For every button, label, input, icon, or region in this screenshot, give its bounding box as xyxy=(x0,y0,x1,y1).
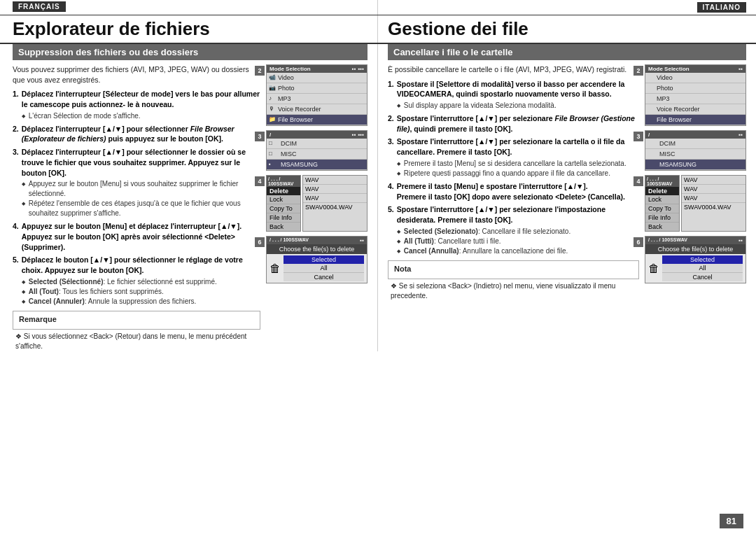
screen-6-path: / . . . / 100SSWAV xyxy=(270,237,309,244)
screen-6: / . . . / 100SSWAV ▪▪ Choose the file(s)… xyxy=(266,236,368,283)
right-text-area: È possibile cancellare le cartelle o i f… xyxy=(388,64,639,301)
screen2-item-voice: 🎙Voice Recorder xyxy=(267,104,367,115)
video-icon: 📹 xyxy=(269,74,276,80)
r-menu-back: Back xyxy=(645,223,679,231)
step-num-1: 1. xyxy=(13,89,19,120)
mic-icon: 🎙 xyxy=(269,106,274,112)
screen-r6-topbar: / . . . / 100SSWAV ▪▪ xyxy=(645,237,746,244)
screen-r2-topbar: Mode Selection ▪▪ xyxy=(645,65,746,73)
left-screens-area: 2 Mode Selection ▪▪ ▪▪▪ 📹Video xyxy=(266,64,368,351)
step-r5-bullet-2: All (Tutti): Cancellare tutti i file. xyxy=(397,237,639,246)
r-file-wav-1: WAV xyxy=(682,176,746,185)
screen-r2: Mode Selection ▪▪ Video Photo MP3 Voice … xyxy=(645,64,746,126)
remarque-box: Remarque xyxy=(13,311,260,330)
step-content-2: Déplacez l'interrupteur [▲/▼] pour sélec… xyxy=(22,124,260,144)
file-wav-4: SWAV0004.WAV xyxy=(303,203,367,211)
screen-3-topbar: / ▪▪ ▪▪▪ xyxy=(267,131,367,139)
steps-list-right: 1. Spostare il [Selettore di modalità] v… xyxy=(388,79,639,256)
step-num-4: 4. xyxy=(13,221,19,252)
signal-icon-3: ▪▪▪ xyxy=(358,132,364,138)
step-r3-bullet-2: Ripetere questi passaggi fino a quando a… xyxy=(397,169,639,178)
screen-r3-topbar: / ▪▪ xyxy=(645,131,746,139)
step-r-num-2: 2. xyxy=(388,113,394,134)
trash-icon: 🗑 xyxy=(270,262,281,275)
intro-text-left: Vous pouvez supprimer des fichiers (AVI,… xyxy=(13,64,260,85)
r-choose-cancel: Cancel xyxy=(662,273,743,281)
main-content: Suppression des fichiers ou des dossiers… xyxy=(0,44,756,351)
step-content-5: Déplacez le bouton [▲/▼] pour sélectionn… xyxy=(22,255,260,306)
screen-r2-filebrowser: File Browser xyxy=(645,115,746,125)
screen-r4-topbar: / . . . / 100SSWAV xyxy=(645,176,679,187)
battery-icon: ▪▪ xyxy=(352,66,356,72)
step-right-2: 2. Spostare l'interruttore [▲/▼] per sel… xyxy=(388,113,639,134)
step3-bullet-2: Répétez l'ensemble de ces étapes jusqu'à… xyxy=(22,199,260,218)
screen-2: Mode Selection ▪▪ ▪▪▪ 📹Video 📷Photo xyxy=(266,64,368,126)
step5-bullet-3: Cancel (Annuler): Annule la suppression … xyxy=(22,297,260,307)
step-num-5: 5. xyxy=(13,255,19,306)
screen-r4-wrapper: 4 / . . . / 100SSWAV Delete Lock Copy To… xyxy=(645,175,746,232)
battery-icon-r2: ▪▪ xyxy=(738,66,743,72)
trash-icon-row: 🗑 Selected All Cancel xyxy=(267,254,367,283)
step-r1-bullet-1: Sul display appare la videata Seleziona … xyxy=(397,101,639,111)
screen-r2-mp3: MP3 xyxy=(645,94,746,104)
step-r-content-5: Spostare l'interruttore [▲/▼] per selezi… xyxy=(397,204,639,255)
screen-6-step-num: 6 xyxy=(255,237,265,247)
file-wav-2: WAV xyxy=(303,185,367,194)
remarque-text: Si vous sélectionnez <Back> (Retour) dan… xyxy=(15,332,246,350)
screen-3-step-num: 3 xyxy=(255,132,265,141)
screen-r3-step-num: 3 xyxy=(634,132,643,141)
step-right-4: 4. Premere il tasto [Menu] e spostare l'… xyxy=(388,181,639,202)
choose-options: Selected All Cancel xyxy=(284,255,364,281)
screen-r6-path: / . . . / 100SSWAV xyxy=(648,237,687,244)
step-left-1: 1. Déplacez l'interrupteur [Sélecteur de… xyxy=(13,89,260,120)
step-r-content-3: Spostare l'interruttore [▲/▼] per selezi… xyxy=(397,136,639,178)
r-choose-options: Selected All Cancel xyxy=(662,255,743,281)
screen-r2-icons: ▪▪ xyxy=(738,66,743,72)
step-left-5: 5. Déplacez le bouton [▲/▼] pour sélecti… xyxy=(13,255,260,306)
screen2-item-filebrowser: 📁File Browser xyxy=(267,115,367,125)
screen-r3-misc: MISC xyxy=(645,149,746,160)
screen-r2-voice: Voice Recorder xyxy=(645,104,746,115)
screen-3-icons: ▪▪ ▪▪▪ xyxy=(352,132,364,138)
r-file-wav-2: WAV xyxy=(682,185,746,194)
screen-r3-dcim: DCIM xyxy=(645,139,746,149)
step3-bullets: Appuyez sur le bouton [Menu] si vous sou… xyxy=(22,179,260,218)
folder-msamsung-icon: ▪ xyxy=(269,161,271,167)
screen-2-step-num: 2 xyxy=(255,66,265,76)
step-r3-bullet-1: Premere il tasto [Menu] se si desidera c… xyxy=(397,159,639,169)
screen-r6: / . . . / 100SSWAV ▪▪ Choose the file(s)… xyxy=(645,236,746,283)
r-choose-all: All xyxy=(662,264,743,273)
screen-3-wrapper: 3 / ▪▪ ▪▪▪ □DCIM xyxy=(266,130,368,171)
step5-bullet-1: Selected (Sélectionné): Le fichier sélec… xyxy=(22,277,260,287)
nota-content: ❖ Se si seleziona <Back> (Indietro) nel … xyxy=(388,281,639,301)
page-title-left: Explorateur de fichiers xyxy=(13,18,368,40)
screen-r6-icons: ▪▪ xyxy=(738,237,743,244)
screen2-item-mp3: ♪MP3 xyxy=(267,94,367,104)
screen-r2-wrapper: 2 Mode Selection ▪▪ Video Photo MP3 xyxy=(645,64,746,126)
battery-icon-r3: ▪▪ xyxy=(738,132,743,138)
step-right-1: 1. Spostare il [Selettore di modalità] v… xyxy=(388,79,639,111)
screen3-item-dcim: □DCIM xyxy=(267,139,367,149)
screen-r3: / ▪▪ DCIM MISC MSAMSUNG xyxy=(645,130,746,171)
menu-back: Back xyxy=(267,223,300,231)
screen-r4-path: / . . . / 100SSWAV xyxy=(647,176,678,186)
screen-3-path: / xyxy=(270,132,271,138)
menu-fileinfo: File Info xyxy=(267,213,300,223)
page-number: 81 xyxy=(720,514,743,528)
step1-bullets: L'écran Sélection de mode s'affiche. xyxy=(22,111,260,121)
step-r3-bullets: Premere il tasto [Menu] se si desidera c… xyxy=(397,159,639,178)
titles-row: Explorateur de fichiers Gestione dei fil… xyxy=(0,15,756,44)
page-title-right: Gestione dei file xyxy=(388,18,746,40)
screen-r4-step-num: 4 xyxy=(634,176,643,186)
title-right-area: Gestione dei file xyxy=(378,15,756,43)
screen-r4-container: / . . . / 100SSWAV Delete Lock Copy To F… xyxy=(645,175,746,232)
step-r-content-2: Spostare l'interruttore [▲/▼] per selezi… xyxy=(397,113,639,134)
step-r-content-1: Spostare il [Selettore di modalità] vers… xyxy=(397,79,639,111)
r-menu-copyto: Copy To xyxy=(645,204,679,213)
screen-r2-video: Video xyxy=(645,73,746,83)
step-r-num-4: 4. xyxy=(388,181,394,202)
r-file-wav-3: WAV xyxy=(682,194,746,203)
screen-2-title: Mode Selection xyxy=(270,66,311,72)
choose-all: All xyxy=(284,264,364,273)
remarque-title: Remarque xyxy=(19,314,254,325)
